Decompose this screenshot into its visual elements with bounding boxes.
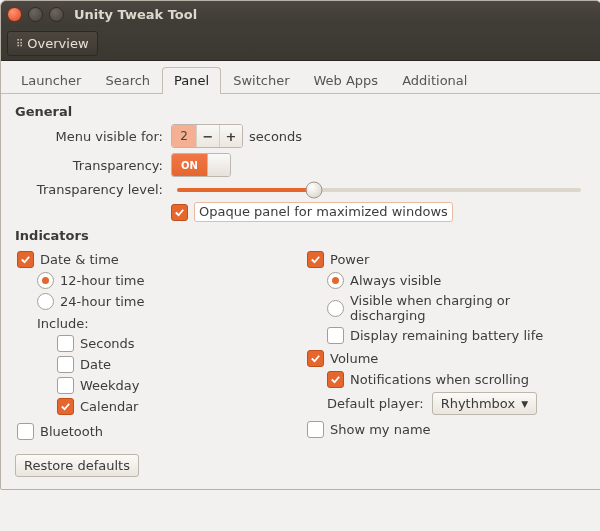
date-time-label: Date & time [40, 252, 119, 267]
default-player-value: Rhythmbox [441, 396, 515, 411]
restore-defaults-button[interactable]: Restore defaults [15, 454, 139, 477]
power-label: Power [330, 252, 369, 267]
include-weekday-checkbox[interactable] [57, 377, 74, 394]
power-always-radio[interactable] [327, 272, 344, 289]
include-weekday-label: Weekday [80, 378, 140, 393]
include-label: Include: [37, 316, 89, 331]
overview-button[interactable]: ⠿ Overview [7, 31, 98, 56]
minimize-icon[interactable] [28, 7, 43, 22]
time-12h-label: 12-hour time [60, 273, 145, 288]
toggle-on-text: ON [172, 154, 207, 176]
indicators-right-column: Power Always visible Visible when chargi… [305, 247, 587, 444]
transparency-slider[interactable] [177, 188, 581, 192]
power-charging-radio[interactable] [327, 300, 344, 317]
bluetooth-label: Bluetooth [40, 424, 103, 439]
power-remaining-label: Display remaining battery life [350, 328, 543, 343]
window-title: Unity Tweak Tool [74, 7, 197, 22]
power-checkbox[interactable] [307, 251, 324, 268]
default-player-label: Default player: [327, 396, 424, 411]
toolbar: ⠿ Overview [1, 27, 600, 61]
time-12h-radio[interactable] [37, 272, 54, 289]
transparency-level-label: Transparency level: [15, 182, 171, 197]
date-time-checkbox[interactable] [17, 251, 34, 268]
menu-visible-label: Menu visible for: [15, 129, 171, 144]
toggle-knob [207, 154, 230, 176]
tab-launcher[interactable]: Launcher [9, 67, 93, 93]
bluetooth-checkbox[interactable] [17, 423, 34, 440]
include-seconds-label: Seconds [80, 336, 135, 351]
stepper-plus-button[interactable]: + [219, 125, 242, 147]
opaque-panel-label: Opaque panel for maximized windows [194, 202, 453, 222]
opaque-panel-checkbox[interactable] [171, 204, 188, 221]
volume-label: Volume [330, 351, 378, 366]
menu-visible-unit: seconds [249, 129, 302, 144]
include-calendar-label: Calendar [80, 399, 138, 414]
include-date-checkbox[interactable] [57, 356, 74, 373]
titlebar: Unity Tweak Tool [1, 1, 600, 27]
volume-notif-checkbox[interactable] [327, 371, 344, 388]
time-24h-label: 24-hour time [60, 294, 145, 309]
volume-notif-label: Notifications when scrolling [350, 372, 529, 387]
transparency-label: Transparency: [15, 158, 171, 173]
include-seconds-checkbox[interactable] [57, 335, 74, 352]
default-player-select[interactable]: Rhythmbox ▼ [432, 392, 537, 415]
overview-label: Overview [27, 36, 88, 51]
chevron-down-icon: ▼ [521, 399, 528, 409]
power-remaining-checkbox[interactable] [327, 327, 344, 344]
power-always-label: Always visible [350, 273, 441, 288]
tab-search[interactable]: Search [93, 67, 162, 93]
indicators-heading: Indicators [15, 228, 587, 243]
show-name-label: Show my name [330, 422, 431, 437]
close-icon[interactable] [7, 7, 22, 22]
include-calendar-checkbox[interactable] [57, 398, 74, 415]
show-name-checkbox[interactable] [307, 421, 324, 438]
stepper-minus-button[interactable]: − [196, 125, 219, 147]
tab-additional[interactable]: Additional [390, 67, 479, 93]
tab-web-apps[interactable]: Web Apps [302, 67, 391, 93]
slider-fill [177, 188, 314, 192]
power-charging-label: Visible when charging or discharging [350, 293, 587, 323]
tab-panel[interactable]: Panel [162, 67, 221, 93]
include-date-label: Date [80, 357, 111, 372]
tab-switcher[interactable]: Switcher [221, 67, 301, 93]
transparency-toggle[interactable]: ON [171, 153, 231, 177]
general-heading: General [15, 104, 587, 119]
menu-visible-stepper[interactable]: 2 − + [171, 124, 243, 148]
maximize-icon[interactable] [49, 7, 64, 22]
time-24h-radio[interactable] [37, 293, 54, 310]
indicators-left-column: Date & time 12-hour time 24-hour time In… [15, 247, 297, 444]
volume-checkbox[interactable] [307, 350, 324, 367]
grid-icon: ⠿ [16, 38, 23, 49]
menu-visible-value: 2 [172, 125, 196, 147]
panel-page: General Menu visible for: 2 − + seconds … [1, 94, 600, 489]
app-window: Unity Tweak Tool ⠿ Overview Launcher Sea… [0, 0, 600, 490]
slider-thumb[interactable] [306, 181, 323, 198]
tab-bar: Launcher Search Panel Switcher Web Apps … [1, 61, 600, 94]
